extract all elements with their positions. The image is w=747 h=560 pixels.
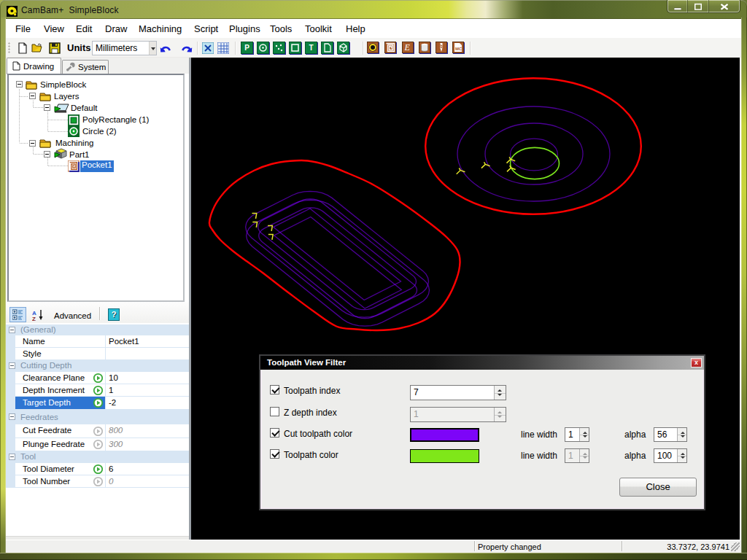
- svg-text:MC: MC: [455, 47, 462, 51]
- svg-text:Z: Z: [32, 316, 36, 322]
- svg-text:E: E: [404, 42, 411, 52]
